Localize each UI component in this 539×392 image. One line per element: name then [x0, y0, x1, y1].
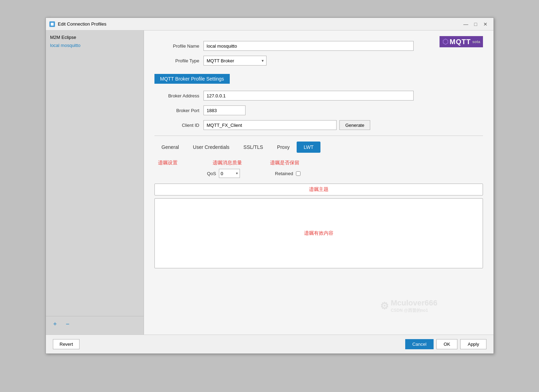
tab-proxy[interactable]: Proxy — [270, 142, 297, 153]
action-buttons: Cancel OK Apply — [405, 339, 486, 349]
lwt-section: 遗嘱设置 遗嘱消息质量 遗嘱是否保留 QoS 0 — [154, 160, 483, 268]
minimize-button[interactable]: — — [461, 20, 470, 29]
retained-label: Retained — [275, 171, 293, 176]
cancel-button[interactable]: Cancel — [405, 339, 433, 349]
broker-port-input[interactable] — [203, 105, 246, 115]
tab-user-credentials[interactable]: User Credentials — [186, 142, 236, 153]
ok-button[interactable]: OK — [436, 339, 458, 349]
profile-type-select-wrapper: MQTT Broker — [203, 56, 267, 66]
profile-type-label: Profile Type — [154, 58, 203, 63]
tab-lwt[interactable]: LWT — [297, 142, 321, 153]
watermark-line2: CSDN @西普的no1 — [391, 308, 437, 314]
tab-ssl-tls[interactable]: SSL/TLS — [236, 142, 270, 153]
broker-port-label: Broker Port — [154, 108, 203, 113]
payload-area[interactable]: 遗嘱有效内容 — [154, 198, 483, 268]
mqtt-logo: ⬡ MQTT sota — [440, 36, 483, 47]
remove-profile-button[interactable]: − — [63, 319, 72, 329]
sidebar-item-local-mosquitto[interactable]: local mosquitto — [46, 41, 144, 49]
window-title: Edit Connection Profiles — [58, 21, 106, 27]
topic-input[interactable] — [154, 184, 483, 195]
bottom-bar: Revert Cancel OK Apply — [46, 335, 493, 353]
title-controls: — □ ✕ — [461, 20, 490, 29]
qos-annotation: 遗嘱消息质量 — [213, 160, 242, 166]
retained-checkbox[interactable] — [296, 171, 300, 176]
tab-general[interactable]: General — [154, 142, 186, 153]
topic-row: 遗嘱主题 — [154, 184, 483, 195]
add-profile-button[interactable]: + — [50, 319, 60, 329]
qos-group: QoS 0 1 2 — [207, 169, 240, 178]
retained-annotation: 遗嘱是否保留 — [270, 160, 299, 166]
sidebar-footer: + − — [46, 316, 144, 332]
sidebar: M2M Eclipse local mosquitto + − — [46, 30, 144, 335]
section-header: MQTT Broker Profile Settings — [154, 74, 230, 84]
profile-name-input[interactable] — [203, 41, 414, 51]
window-icon — [49, 21, 55, 27]
qos-select-wrapper: 0 1 2 — [219, 169, 240, 178]
client-id-label: Client ID — [154, 123, 203, 128]
watermark: ⚙ Mculover666 CSDN @西普的no1 — [380, 298, 437, 314]
retained-group: Retained — [275, 171, 300, 176]
lwt-settings-annotation: 遗嘱设置 — [158, 160, 178, 166]
profile-type-select[interactable]: MQTT Broker — [203, 56, 267, 66]
broker-address-input[interactable] — [203, 91, 414, 101]
right-panel: ⬡ MQTT sota Profile Name Profile Type MQ… — [144, 30, 493, 335]
sidebar-item-m2m-eclipse[interactable]: M2M Eclipse — [46, 33, 144, 41]
generate-button[interactable]: Generate — [339, 120, 370, 130]
watermark-line1: Mculover666 — [391, 298, 437, 308]
svg-rect-0 — [51, 23, 54, 26]
payload-placeholder: 遗嘱有效内容 — [304, 230, 333, 236]
apply-button[interactable]: Apply — [460, 339, 486, 349]
qos-select[interactable]: 0 1 2 — [219, 169, 240, 178]
qos-label: QoS — [207, 171, 216, 176]
broker-address-label: Broker Address — [154, 93, 203, 98]
tabs: General User Credentials SSL/TLS Proxy L… — [154, 142, 483, 153]
profile-name-label: Profile Name — [154, 43, 203, 49]
revert-button[interactable]: Revert — [53, 339, 80, 349]
close-button[interactable]: ✕ — [481, 20, 490, 29]
client-id-input[interactable] — [203, 120, 337, 130]
maximize-button[interactable]: □ — [471, 20, 480, 29]
